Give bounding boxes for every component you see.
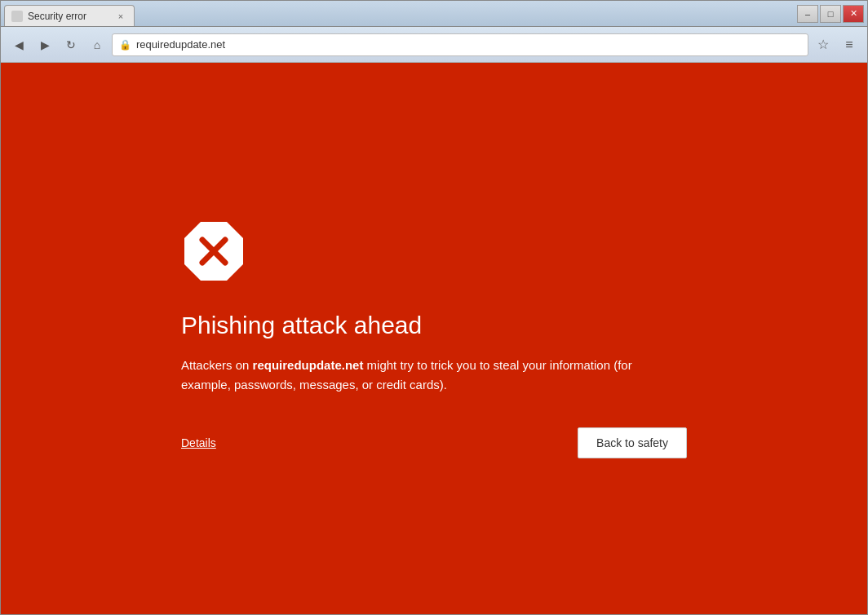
description-prefix: Attackers on xyxy=(181,358,253,372)
bookmark-button[interactable]: ☆ xyxy=(812,33,835,56)
address-bar-container[interactable]: 🔒 xyxy=(112,33,808,56)
browser-tab[interactable]: Security error × xyxy=(4,5,135,26)
error-page: Phishing attack ahead Attackers on requi… xyxy=(165,186,703,491)
close-button[interactable]: ✕ xyxy=(843,5,864,23)
address-input[interactable] xyxy=(136,38,801,51)
browser-window: Security error × – □ ✕ ◀ ▶ ↻ ⌂ 🔒 ☆ xyxy=(0,0,868,615)
error-heading: Phishing attack ahead xyxy=(181,312,422,339)
error-octagon-icon xyxy=(181,219,246,284)
reload-button[interactable]: ↻ xyxy=(60,33,82,56)
home-button[interactable]: ⌂ xyxy=(86,33,108,56)
bookmark-icon: ☆ xyxy=(817,37,829,52)
navigation-bar: ◀ ▶ ↻ ⌂ 🔒 ☆ ≡ xyxy=(1,27,867,63)
minimize-button[interactable]: – xyxy=(797,5,818,23)
tab-close-button[interactable]: × xyxy=(114,10,127,23)
nav-right-buttons: ☆ ≡ xyxy=(812,33,861,56)
back-button[interactable]: ◀ xyxy=(7,33,30,56)
home-icon: ⌂ xyxy=(94,38,100,51)
address-bar-lock-icon: 🔒 xyxy=(119,39,131,51)
details-link[interactable]: Details xyxy=(181,436,216,449)
tab-area: Security error × xyxy=(4,1,797,26)
forward-button[interactable]: ▶ xyxy=(33,33,56,56)
forward-icon: ▶ xyxy=(41,38,50,51)
back-to-safety-button[interactable]: Back to safety xyxy=(578,427,687,458)
window-controls: – □ ✕ xyxy=(797,5,864,23)
tab-favicon xyxy=(11,11,23,22)
error-icon-container xyxy=(181,219,246,287)
error-actions: Details Back to safety xyxy=(181,427,687,458)
tab-label: Security error xyxy=(28,11,86,22)
maximize-button[interactable]: □ xyxy=(820,5,841,23)
reload-icon: ↻ xyxy=(66,38,76,51)
browser-content: Phishing attack ahead Attackers on requi… xyxy=(1,63,867,614)
phishing-domain: requiredupdate.net xyxy=(253,358,364,372)
menu-button[interactable]: ≡ xyxy=(838,33,861,56)
menu-icon: ≡ xyxy=(845,38,852,52)
error-description: Attackers on requiredupdate.net might tr… xyxy=(181,356,654,395)
title-bar: Security error × – □ ✕ xyxy=(1,1,867,27)
back-icon: ◀ xyxy=(15,38,24,51)
